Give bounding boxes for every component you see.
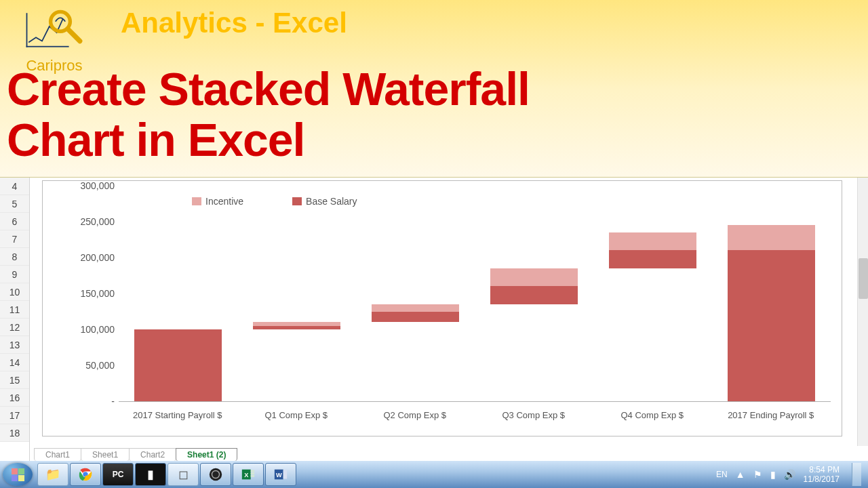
bar-segment-incentive (728, 225, 816, 250)
y-axis-tick-label: 50,000 (71, 360, 119, 371)
x-axis-tick-label: Q3 Comp Exp $ (476, 410, 591, 420)
row-header[interactable]: 11 (0, 301, 29, 319)
title-banner: Caripros Analytics - Excel Create Stacke… (0, 0, 868, 178)
clock-time: 8:54 PM (804, 465, 840, 474)
word-icon: W (273, 467, 288, 482)
bar-column (490, 186, 578, 401)
svg-rect-11 (251, 472, 255, 474)
sheet-tabs[interactable]: Chart1Sheet1Chart2Sheet1 (2) (34, 446, 848, 461)
bar-segment-incentive (609, 232, 697, 251)
chart-container[interactable]: Incentive Base Salary -50,000100,000150,… (30, 178, 868, 461)
y-axis-tick-label: 150,000 (71, 288, 119, 299)
sheet-tab[interactable]: Chart1 (34, 448, 81, 461)
clock-date: 11/8/2017 (804, 474, 840, 484)
bar-column (372, 186, 460, 401)
volume-icon[interactable]: 🔊 (784, 469, 795, 480)
row-header[interactable]: 17 (0, 407, 29, 424)
x-axis-tick-label: 2017 Starting Payroll $ (120, 410, 235, 420)
taskbar-terminal[interactable]: ▮ (135, 463, 166, 486)
bar-segment-base-salary (609, 250, 697, 268)
flag-icon[interactable]: ⚑ (753, 469, 762, 480)
row-header[interactable]: 4 (0, 178, 29, 195)
system-tray[interactable]: EN ▲ ⚑ ▮ 🔊 8:54 PM 11/8/2017 (716, 463, 865, 486)
row-header[interactable]: 16 (0, 389, 29, 407)
row-header[interactable]: 13 (0, 336, 29, 354)
scrollbar-thumb[interactable] (859, 258, 868, 299)
svg-line-3 (68, 29, 80, 41)
svg-rect-10 (251, 470, 255, 472)
row-header[interactable]: 15 (0, 371, 29, 389)
bar-column (253, 186, 341, 401)
y-axis-tick-label: 200,000 (71, 252, 119, 263)
row-header[interactable]: 5 (0, 195, 29, 213)
title-line-2: Chart in Excel (7, 114, 305, 165)
bar-segment-base-salary (728, 250, 816, 401)
y-axis-tick-label: 100,000 (71, 324, 119, 335)
y-axis-tick-label: - (71, 396, 119, 407)
sheet-tab[interactable]: Chart2 (129, 448, 176, 461)
chart-plot-area: -50,000100,000150,000200,000250,000300,0… (119, 186, 831, 402)
row-header[interactable]: 12 (0, 319, 29, 336)
svg-rect-1 (26, 13, 28, 47)
chrome-icon (78, 467, 93, 482)
x-axis-tick-label: Q4 Comp Exp $ (595, 410, 710, 420)
row-header[interactable]: 9 (0, 266, 29, 283)
bar-column (609, 186, 697, 401)
windows-taskbar[interactable]: 📁 PC ▮ ◻ X W EN ▲ ⚑ ▮ 🔊 8:54 PM 11/8/201… (0, 461, 868, 488)
windows-logo-icon (12, 468, 24, 481)
bar-segment-incentive (372, 304, 460, 312)
row-headers: 456789101112131415161718 (0, 178, 30, 461)
taskbar-chrome[interactable] (70, 463, 101, 486)
bar-column (728, 186, 816, 401)
sheet-tab[interactable]: Sheet1 (81, 448, 130, 461)
bar-segment-blank (253, 329, 341, 401)
row-header[interactable]: 18 (0, 424, 29, 442)
svg-rect-12 (251, 475, 255, 477)
network-icon[interactable]: ▮ (770, 469, 776, 480)
bar-segment-base-salary (490, 286, 578, 304)
y-axis-tick-label: 250,000 (71, 216, 119, 227)
bar-segment-blank (490, 304, 578, 401)
vertical-scrollbar[interactable] (857, 178, 868, 446)
bar-segment-blank (372, 322, 460, 401)
obs-icon (208, 467, 223, 482)
bar-segment-base-salary (134, 329, 222, 401)
row-header[interactable]: 8 (0, 248, 29, 266)
language-indicator[interactable]: EN (716, 470, 728, 479)
show-desktop-button[interactable] (852, 463, 861, 486)
spreadsheet-area: 456789101112131415161718 Incentive Base … (0, 178, 868, 461)
taskbar-app-gray[interactable]: ◻ (167, 463, 199, 486)
taskbar-file-explorer[interactable]: 📁 (37, 463, 68, 486)
svg-rect-0 (26, 46, 69, 47)
svg-point-6 (210, 468, 222, 481)
x-axis-tick-label: Q2 Comp Exp $ (357, 410, 473, 420)
bar-segment-incentive (253, 322, 341, 325)
analytics-magnifier-icon (24, 8, 85, 57)
excel-icon: X (241, 467, 256, 482)
banner-subtitle: Analytics - Excel (121, 7, 347, 39)
svg-rect-15 (283, 470, 288, 479)
taskbar-word[interactable]: W (265, 463, 296, 486)
row-header[interactable]: 10 (0, 283, 29, 301)
x-axis-tick-label: 2017 Ending Payroll $ (713, 410, 829, 420)
svg-text:W: W (276, 472, 282, 479)
row-header[interactable]: 7 (0, 230, 29, 248)
title-line-1: Create Stacked Waterfall (7, 63, 530, 115)
taskbar-pycharm[interactable]: PC (102, 463, 134, 486)
taskbar-obs[interactable] (200, 463, 231, 486)
chart-object[interactable]: Incentive Base Salary -50,000100,000150,… (42, 180, 842, 436)
bar-segment-base-salary (253, 326, 341, 329)
sheet-tab[interactable]: Sheet1 (2) (176, 448, 237, 461)
action-center-icon[interactable]: ▲ (736, 469, 745, 480)
row-header[interactable]: 6 (0, 213, 29, 230)
bar-segment-blank (609, 268, 697, 401)
tray-clock[interactable]: 8:54 PM 11/8/2017 (804, 465, 840, 485)
x-axis-tick-label: Q1 Comp Exp $ (239, 410, 354, 420)
y-axis-tick-label: 300,000 (71, 180, 119, 191)
bar-column (134, 186, 222, 401)
svg-text:X: X (244, 472, 249, 479)
bar-segment-incentive (490, 268, 578, 287)
taskbar-excel[interactable]: X (233, 463, 264, 486)
start-button[interactable] (3, 463, 33, 486)
row-header[interactable]: 14 (0, 354, 29, 371)
